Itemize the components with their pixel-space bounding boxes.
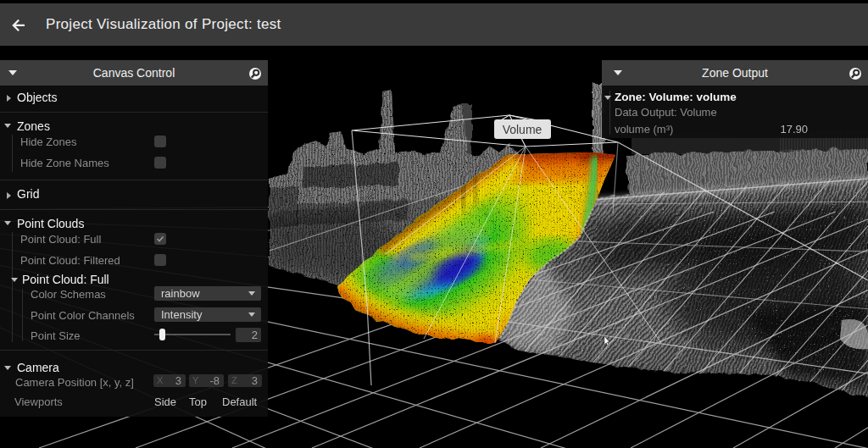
- svg-text:Volume: Volume: [503, 123, 542, 136]
